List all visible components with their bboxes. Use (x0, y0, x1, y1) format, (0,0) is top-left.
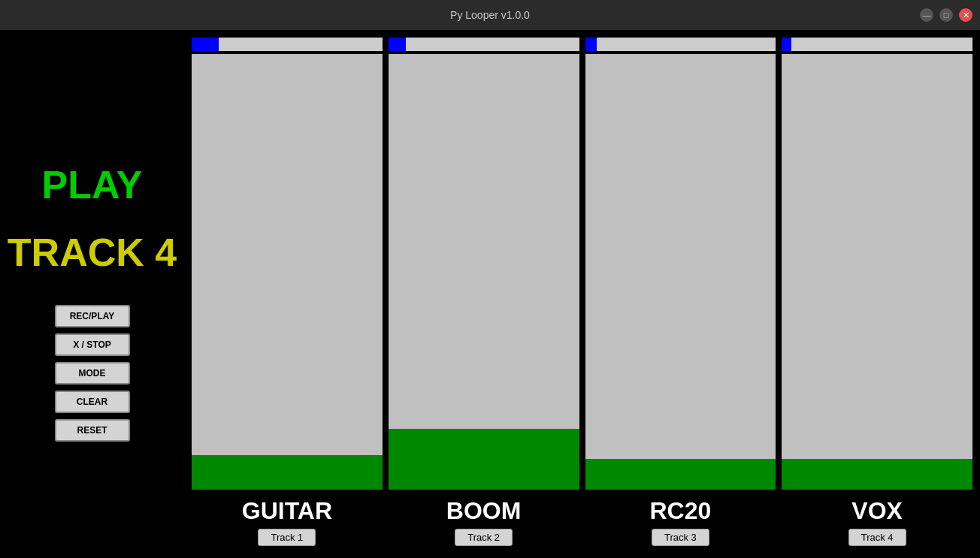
track-name-track1: GUITAR (242, 497, 332, 525)
track-progress-fill-track1 (192, 38, 219, 51)
maximize-button[interactable]: □ (939, 8, 953, 22)
play-status-label: PLAY (42, 162, 143, 207)
window-title: Py Looper v1.0.0 (450, 9, 530, 21)
minimize-button[interactable]: — (920, 8, 933, 22)
track-waveform-track3 (585, 54, 776, 490)
track-progress-bar-track3 (585, 38, 776, 51)
track-waveform-track2 (389, 54, 579, 490)
control-buttons: REC/PLAY X / STOP MODE CLEAR RESET (55, 305, 130, 442)
track-label-button-track3[interactable]: Track 3 (652, 529, 709, 546)
rec-play-button[interactable]: REC/PLAY (55, 305, 130, 327)
track-green-track2 (389, 429, 579, 490)
track-label-button-track2[interactable]: Track 2 (455, 529, 513, 546)
track-column-track1: GUITARTrack 1 (192, 38, 383, 550)
track-green-track1 (192, 455, 383, 490)
close-button[interactable]: ✕ (959, 8, 972, 22)
track-column-track2: BOOMTrack 2 (389, 38, 579, 550)
track-progress-fill-track3 (585, 38, 597, 51)
track-column-track4: VOXTrack 4 (782, 38, 972, 550)
track-waveform-track4 (782, 54, 972, 490)
active-track-label: TRACK 4 (8, 230, 177, 275)
mode-button[interactable]: MODE (55, 362, 130, 385)
track-label-button-track1[interactable]: Track 1 (258, 529, 316, 546)
x-stop-button[interactable]: X / STOP (55, 333, 130, 356)
title-bar: Py Looper v1.0.0 — □ ✕ (0, 0, 980, 30)
tracks-container: GUITARTrack 1BOOMTrack 2RC20Track 3VOXTr… (192, 38, 972, 550)
track-green-track3 (585, 459, 776, 490)
title-bar-controls: — □ ✕ (920, 8, 972, 22)
left-panel: PLAY TRACK 4 REC/PLAY X / STOP MODE CLEA… (0, 30, 184, 558)
track-progress-fill-track2 (389, 38, 406, 51)
clear-button[interactable]: CLEAR (55, 391, 130, 413)
track-waveform-track1 (192, 54, 383, 490)
main-area: PLAY TRACK 4 REC/PLAY X / STOP MODE CLEA… (0, 30, 980, 558)
tracks-area: GUITARTrack 1BOOMTrack 2RC20Track 3VOXTr… (184, 30, 980, 558)
track-label-button-track4[interactable]: Track 4 (848, 529, 906, 546)
track-progress-bar-track1 (192, 38, 383, 51)
track-name-track4: VOX (851, 497, 903, 525)
reset-button[interactable]: RESET (55, 419, 130, 442)
track-green-track4 (782, 459, 972, 490)
track-column-track3: RC20Track 3 (585, 38, 776, 550)
track-progress-fill-track4 (782, 38, 791, 51)
track-name-track2: BOOM (446, 497, 522, 525)
track-name-track3: RC20 (649, 497, 711, 525)
track-progress-bar-track2 (389, 38, 579, 51)
track-progress-bar-track4 (782, 38, 972, 51)
